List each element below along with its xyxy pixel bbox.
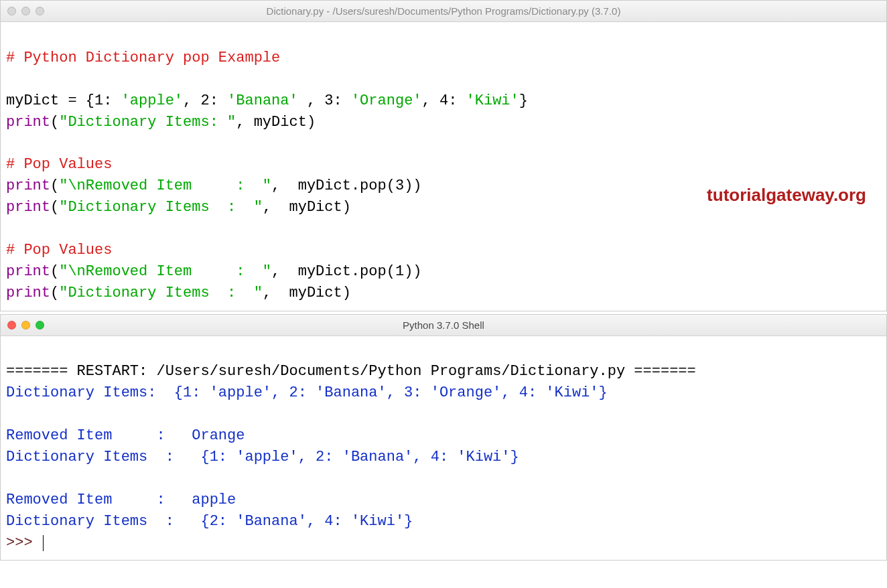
- code-editor[interactable]: # Python Dictionary pop Example myDict =…: [1, 22, 886, 311]
- shell-line: Removed Item : Orange: [6, 427, 245, 444]
- code-paren: )): [404, 263, 421, 280]
- watermark: tutorialgateway.org: [707, 183, 866, 208]
- close-icon[interactable]: [7, 7, 16, 15]
- code-colon: :: [448, 92, 466, 109]
- shell-line: Dictionary Items: {1: 'apple', 2: 'Banan…: [6, 384, 608, 401]
- shell-line: Removed Item : apple: [6, 492, 236, 508]
- code-string: 'Orange': [351, 92, 422, 109]
- code-paren: (: [50, 199, 59, 216]
- code-string: "\nRemoved Item : ": [59, 177, 271, 194]
- restart-sep: =======: [634, 363, 695, 380]
- code-colon: :: [210, 92, 227, 109]
- code-builtin: print: [6, 263, 50, 280]
- code-args: , myDict): [263, 199, 351, 216]
- code-comma: ,: [183, 92, 200, 109]
- shell-title: Python 3.7.0 Shell: [7, 319, 880, 331]
- code-builtin: print: [6, 177, 50, 194]
- shell-traffic-lights: [7, 321, 44, 329]
- code-comment: # Pop Values: [6, 156, 112, 173]
- code-paren: )): [404, 177, 421, 194]
- code-string: "Dictionary Items: ": [59, 114, 236, 131]
- code-assign: myDict = {: [6, 92, 94, 109]
- code-string: "Dictionary Items : ": [59, 285, 263, 301]
- code-paren: (: [50, 263, 59, 280]
- code-comma: ,: [298, 92, 325, 109]
- code-args: , myDict): [263, 285, 351, 301]
- shell-output[interactable]: ======= RESTART: /Users/suresh/Documents…: [1, 336, 886, 561]
- code-string: "Dictionary Items : ": [59, 199, 263, 216]
- shell-prompt: >>>: [6, 534, 42, 551]
- shell-line: Dictionary Items : {1: 'apple', 2: 'Bana…: [6, 449, 519, 465]
- restart-sep: =======: [6, 363, 68, 380]
- code-args: , myDict.pop(: [271, 263, 395, 280]
- code-key: 2: [200, 92, 209, 109]
- shell-line: Dictionary Items : {2: 'Banana', 4: 'Kiw…: [6, 513, 413, 530]
- code-args: , myDict): [236, 114, 316, 131]
- code-args: , myDict.pop(: [271, 177, 395, 194]
- restart-line: RESTART: /Users/suresh/Documents/Python …: [68, 363, 634, 380]
- editor-window: Dictionary.py - /Users/suresh/Documents/…: [0, 0, 887, 311]
- maximize-icon[interactable]: [36, 7, 44, 15]
- code-string: "\nRemoved Item : ": [59, 263, 271, 280]
- code-string: 'apple': [121, 92, 183, 109]
- code-num: 3: [395, 177, 404, 194]
- code-builtin: print: [6, 114, 50, 131]
- code-key: 3: [324, 92, 333, 109]
- editor-traffic-lights: [7, 7, 44, 15]
- shell-titlebar: Python 3.7.0 Shell: [1, 315, 886, 336]
- code-builtin: print: [6, 285, 50, 301]
- code-colon: :: [103, 92, 121, 109]
- editor-titlebar: Dictionary.py - /Users/suresh/Documents/…: [1, 1, 886, 22]
- code-paren: (: [50, 114, 59, 131]
- code-brace: }: [519, 92, 528, 109]
- minimize-icon[interactable]: [21, 321, 30, 329]
- editor-title: Dictionary.py - /Users/suresh/Documents/…: [7, 5, 880, 17]
- maximize-icon[interactable]: [36, 321, 44, 329]
- code-colon: :: [334, 92, 351, 109]
- code-key: 4: [439, 92, 448, 109]
- code-key: 1: [94, 92, 103, 109]
- code-builtin: print: [6, 199, 50, 216]
- minimize-icon[interactable]: [21, 7, 30, 15]
- cursor-icon: [43, 535, 44, 551]
- close-icon[interactable]: [7, 321, 16, 329]
- shell-window: Python 3.7.0 Shell ======= RESTART: /Use…: [0, 314, 887, 561]
- code-num: 1: [395, 263, 404, 280]
- code-string: 'Banana': [227, 92, 298, 109]
- code-comma: ,: [422, 92, 439, 109]
- code-paren: (: [50, 285, 59, 301]
- code-comment: # Pop Values: [6, 242, 112, 259]
- code-string: 'Kiwi': [466, 92, 519, 109]
- code-comment: # Python Dictionary pop Example: [6, 50, 280, 66]
- code-paren: (: [50, 177, 59, 194]
